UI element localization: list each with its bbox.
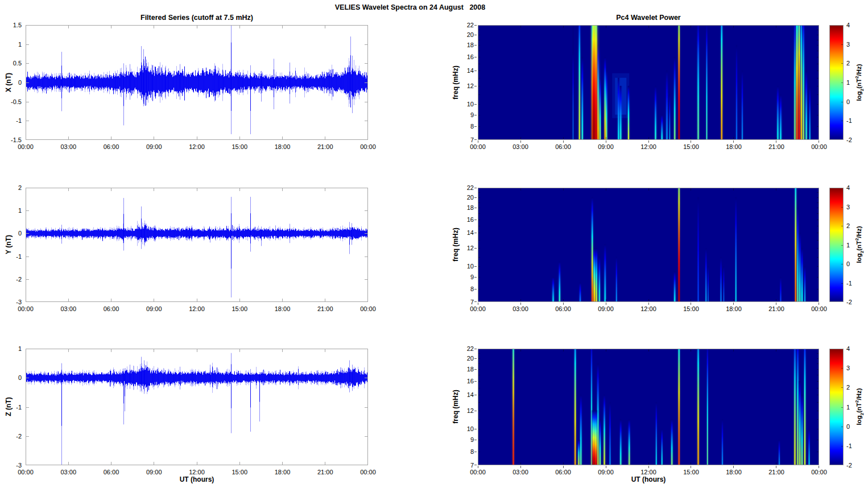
colorbar-label-middle: log2(nT2/Hz) bbox=[854, 226, 864, 263]
freq-axis-tick-label: 12 bbox=[467, 407, 474, 414]
time-axis-tick-label: 18:00 bbox=[275, 143, 291, 150]
wavelet-figure: VELIES Wavelet Spectra on 24 August 2008… bbox=[0, 0, 868, 484]
time-axis-tick-label: 12:00 bbox=[640, 305, 656, 312]
freq-axis-tick-label: 16 bbox=[467, 53, 474, 60]
freq-axis-label-bottom: freq (mHz) bbox=[452, 390, 460, 423]
z-axis-label: Z (nT) bbox=[5, 397, 13, 416]
freq-axis-tick-label: 12 bbox=[467, 82, 474, 89]
colorbar-x bbox=[829, 25, 844, 140]
freq-axis-tick-label: 20 bbox=[467, 194, 474, 201]
time-axis-tick-label: 06:00 bbox=[555, 143, 571, 150]
time-axis-tick-label: 15:00 bbox=[683, 143, 699, 150]
freq-axis-tick-label: 8 bbox=[470, 123, 474, 130]
colorbar-label-post: /Hz) bbox=[855, 64, 862, 76]
time-axis-tick-label: 09:00 bbox=[598, 143, 614, 150]
amplitude-axis-tick-label: -1 bbox=[16, 404, 22, 411]
colorbar-tick-label: -2 bbox=[846, 462, 852, 469]
time-axis-tick-label: 00:00 bbox=[360, 143, 376, 150]
colorbar-label-sup: 2 bbox=[854, 76, 859, 78]
time-axis-tick-label: 18:00 bbox=[275, 305, 291, 312]
time-axis-tick-label: 09:00 bbox=[598, 305, 614, 312]
time-axis-tick-label: 09:00 bbox=[146, 305, 162, 312]
time-axis-tick-label: 00:00 bbox=[18, 143, 34, 150]
freq-axis-tick-label: 16 bbox=[467, 216, 474, 223]
time-axis-tick-label: 21:00 bbox=[317, 469, 333, 475]
colorbar-tick-label: 1 bbox=[846, 79, 850, 86]
colorbar-tick-label: -2 bbox=[846, 299, 852, 305]
amplitude-axis-tick-label: -2 bbox=[16, 276, 22, 283]
amplitude-axis-tick-label: 1 bbox=[18, 207, 22, 214]
freq-axis-label-middle: freq (mHz) bbox=[452, 227, 460, 261]
colorbar-tick-label: -1 bbox=[846, 117, 852, 124]
time-axis-tick-label: 03:00 bbox=[60, 305, 76, 312]
freq-axis-tick-label: 14 bbox=[467, 67, 474, 74]
freq-axis-tick-label: 9 bbox=[470, 274, 474, 280]
amplitude-axis-tick-label: -1 bbox=[16, 117, 22, 124]
right-xaxis-label: UT (hours) bbox=[631, 475, 666, 483]
time-axis-tick-label: 03:00 bbox=[60, 469, 76, 475]
time-axis-tick-label: 12:00 bbox=[640, 469, 656, 475]
time-axis-tick-label: 00:00 bbox=[470, 305, 486, 312]
amplitude-axis-tick-label: -1.5 bbox=[11, 136, 22, 143]
amplitude-axis-tick-label: 0.5 bbox=[13, 60, 22, 67]
amplitude-axis-tick-label: -0.5 bbox=[11, 98, 22, 105]
x-filtered-series-plot bbox=[26, 25, 368, 140]
time-axis-tick-label: 06:00 bbox=[555, 305, 571, 312]
y-wavelet-spectrogram bbox=[474, 188, 819, 305]
time-axis-tick-label: 12:00 bbox=[189, 305, 205, 312]
time-axis-tick-label: 00:00 bbox=[470, 143, 486, 150]
time-axis-tick-label: 00:00 bbox=[811, 143, 827, 150]
freq-axis-tick-label: 7 bbox=[470, 462, 474, 469]
colorbar-label-top: log2(nT2/Hz) bbox=[854, 64, 864, 101]
time-axis-tick-label: 15:00 bbox=[232, 305, 247, 312]
freq-axis-tick-label: 8 bbox=[470, 286, 474, 292]
time-axis-tick-label: 09:00 bbox=[146, 143, 162, 150]
y-filtered-series-plot bbox=[26, 188, 368, 302]
colorbar-tick-label: 0 bbox=[846, 260, 850, 267]
time-axis-tick-label: 12:00 bbox=[189, 143, 205, 150]
colorbar-tick-label: 1 bbox=[846, 404, 850, 411]
time-axis-tick-label: 15:00 bbox=[683, 469, 699, 475]
time-axis-tick-label: 18:00 bbox=[726, 143, 742, 150]
time-axis-tick-label: 03:00 bbox=[512, 143, 528, 150]
colorbar-tick-label: -1 bbox=[846, 442, 852, 449]
left-panels-title: Filtered Series (cutoff at 7.5 mHz) bbox=[140, 14, 253, 22]
time-axis-tick-label: 00:00 bbox=[18, 305, 34, 312]
time-axis-tick-label: 03:00 bbox=[60, 143, 76, 150]
freq-axis-tick-label: 9 bbox=[470, 111, 474, 118]
time-axis-tick-label: 21:00 bbox=[317, 143, 333, 150]
amplitude-axis-tick-label: -2 bbox=[16, 433, 22, 440]
amplitude-axis-tick-label: -3 bbox=[16, 299, 22, 305]
time-axis-tick-label: 18:00 bbox=[726, 305, 742, 312]
time-axis-tick-label: 00:00 bbox=[360, 469, 376, 475]
freq-axis-tick-label: 9 bbox=[470, 436, 474, 443]
time-axis-tick-label: 15:00 bbox=[232, 143, 247, 150]
time-axis-tick-label: 03:00 bbox=[512, 469, 528, 475]
colorbar-tick-label: 0 bbox=[846, 423, 850, 430]
left-xaxis-label: UT (hours) bbox=[180, 475, 214, 483]
time-axis-tick-label: 12:00 bbox=[189, 469, 205, 475]
freq-axis-tick-label: 10 bbox=[467, 101, 474, 107]
colorbar-tick-label: -1 bbox=[846, 280, 852, 287]
colorbar-label-mid: (nT bbox=[855, 78, 862, 89]
amplitude-axis-tick-label: 1 bbox=[18, 345, 22, 352]
time-axis-tick-label: 21:00 bbox=[768, 469, 784, 475]
freq-axis-tick-label: 22 bbox=[467, 184, 474, 191]
colorbar-y bbox=[829, 188, 844, 302]
freq-axis-tick-label: 16 bbox=[467, 378, 474, 384]
colorbar-label-bottom: log2(nT2/Hz) bbox=[854, 388, 864, 425]
freq-axis-tick-label: 7 bbox=[470, 299, 474, 305]
time-axis-tick-label: 06:00 bbox=[555, 469, 571, 475]
freq-axis-tick-label: 20 bbox=[467, 31, 474, 38]
colorbar-tick-label: 2 bbox=[846, 222, 850, 229]
time-axis-tick-label: 21:00 bbox=[768, 305, 784, 312]
right-panels-title: Pc4 Wavelet Power bbox=[616, 14, 680, 22]
colorbar-tick-label: 3 bbox=[846, 365, 850, 371]
time-axis-tick-label: 06:00 bbox=[104, 143, 119, 150]
z-filtered-series-plot bbox=[26, 349, 368, 465]
colorbar-tick-label: 4 bbox=[846, 184, 850, 191]
time-axis-tick-label: 09:00 bbox=[146, 469, 162, 475]
time-axis-tick-label: 12:00 bbox=[640, 143, 656, 150]
amplitude-axis-tick-label: 0 bbox=[18, 79, 22, 86]
freq-axis-tick-label: 12 bbox=[467, 245, 474, 251]
